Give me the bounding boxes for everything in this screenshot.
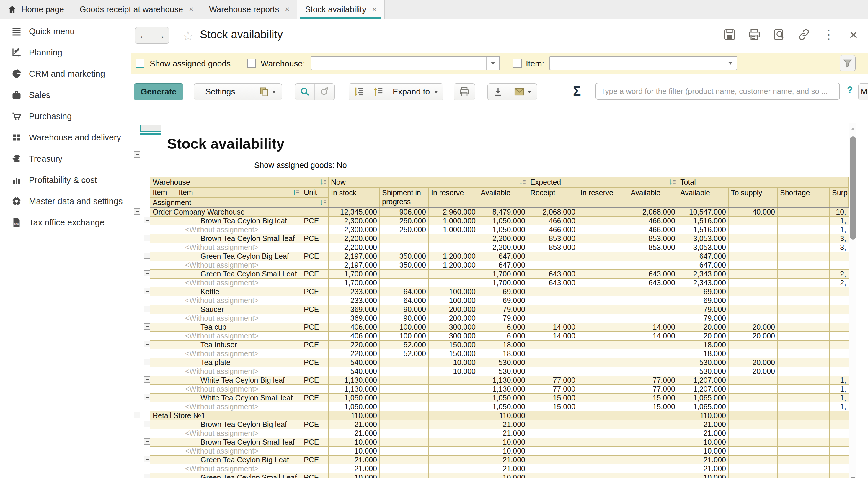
collapse-group-button[interactable] [144,456,150,463]
value-cell[interactable]: 64.000 [380,296,429,305]
value-cell[interactable]: 20.000 [678,332,728,341]
value-cell[interactable]: 2, [830,270,848,279]
row-name-cell[interactable]: Tea cup [150,323,302,332]
value-cell[interactable] [578,314,628,323]
value-cell[interactable]: 3, [830,234,848,243]
collapse-group-button[interactable] [144,341,150,347]
value-cell[interactable] [380,455,429,465]
value-cell[interactable]: 406.000 [329,332,380,341]
value-cell[interactable] [728,225,778,234]
collapse-group-button[interactable] [144,235,150,241]
column-header[interactable]: Shipment in progress [380,188,429,208]
value-cell[interactable] [528,287,578,296]
value-cell[interactable] [830,455,848,465]
value-cell[interactable] [628,455,678,465]
tab-stock-availability[interactable]: Stock availability× [297,0,384,19]
sort-icon[interactable] [319,179,327,188]
value-cell[interactable] [380,411,429,420]
column-header[interactable]: In reserve [429,188,478,208]
copy-settings-button[interactable] [253,84,282,100]
value-cell[interactable]: 2,300.000 [329,217,380,225]
value-cell[interactable]: 1, [830,403,848,411]
value-cell[interactable] [429,473,478,478]
value-cell[interactable]: 1,130.000 [329,376,380,385]
value-cell[interactable]: 1, [830,225,848,234]
collapse-group-button[interactable] [144,323,150,329]
unit-cell[interactable]: PCE [302,473,329,478]
row-name-cell[interactable]: White Tea Ceylon Big leaf [150,376,302,385]
value-cell[interactable]: 21.000 [678,429,728,438]
value-cell[interactable]: 6.000 [478,332,528,341]
sidebar-item-master-data-and-settings[interactable]: Master data and settings [0,191,131,212]
value-cell[interactable]: 1,130.000 [329,385,380,393]
column-header[interactable]: Available [678,188,728,208]
value-cell[interactable] [728,447,778,455]
value-cell[interactable]: 90.000 [380,314,429,323]
value-cell[interactable]: 3,053.000 [678,234,728,243]
expand-groups-button[interactable] [368,84,388,100]
value-cell[interactable]: 466.000 [628,225,678,234]
row-name-cell[interactable]: Saucer [150,305,302,314]
value-cell[interactable]: 250.000 [380,217,429,225]
value-cell[interactable] [628,358,678,367]
value-cell[interactable] [728,243,778,252]
value-cell[interactable] [728,234,778,243]
sidebar-item-crm-and-marketing[interactable]: CRM and marketing [0,63,131,85]
value-cell[interactable]: 8,479.000 [478,208,528,217]
value-cell[interactable]: 79.000 [478,305,528,314]
value-cell[interactable] [778,208,830,217]
value-cell[interactable] [628,367,678,376]
value-cell[interactable] [778,393,830,403]
value-cell[interactable]: 466.000 [528,217,578,225]
column-header[interactable]: Receipt [528,188,578,208]
value-cell[interactable] [728,305,778,314]
value-cell[interactable]: 20.000 [728,358,778,367]
value-cell[interactable]: 233.000 [329,287,380,296]
value-cell[interactable]: 1,200.000 [429,252,478,261]
value-cell[interactable] [728,341,778,349]
value-cell[interactable]: 1,050.000 [329,403,380,411]
search-button[interactable] [295,84,315,100]
value-cell[interactable] [578,429,628,438]
row-name-cell[interactable]: <Without assignment> [150,429,329,438]
value-cell[interactable] [578,438,628,447]
value-cell[interactable]: 15.000 [628,393,678,403]
tab-close-icon[interactable]: × [189,5,193,14]
value-cell[interactable] [778,367,830,376]
row-name-cell[interactable]: Green Tea Ceylon Big Leaf [150,252,302,261]
column-header[interactable]: Now [329,177,528,188]
value-cell[interactable]: 540.000 [329,358,380,367]
row-name-cell[interactable]: <Without assignment> [150,385,329,393]
value-cell[interactable] [628,287,678,296]
column-header[interactable]: In reserve [578,188,628,208]
more-actions-button[interactable]: More actions [858,83,868,100]
value-cell[interactable]: 466.000 [528,225,578,234]
row-name-cell[interactable]: <Without assignment> [150,261,329,270]
row-name-cell[interactable]: Retail Store №1 [150,411,329,420]
value-cell[interactable]: 1,050.000 [329,393,380,403]
value-cell[interactable] [728,376,778,385]
collapse-group-button[interactable] [144,270,150,277]
value-cell[interactable]: 2,200.000 [329,234,380,243]
value-cell[interactable] [380,473,429,478]
value-cell[interactable] [778,455,830,465]
value-cell[interactable]: 10,547.000 [678,208,728,217]
value-cell[interactable] [380,358,429,367]
value-cell[interactable] [778,270,830,279]
settings-button[interactable]: Settings... [194,84,253,100]
row-name-cell[interactable]: Tea plate [150,358,302,367]
value-cell[interactable] [528,261,578,270]
unit-cell[interactable]: PCE [302,358,329,367]
value-cell[interactable] [528,455,578,465]
value-cell[interactable] [830,296,848,305]
value-cell[interactable] [778,349,830,358]
collapse-group-button[interactable] [144,394,150,401]
unit-cell[interactable]: PCE [302,217,329,225]
value-cell[interactable] [429,243,478,252]
value-cell[interactable] [578,296,628,305]
sidebar-item-quick-menu[interactable]: Quick menu [0,21,131,42]
sort-icon[interactable] [292,189,300,198]
value-cell[interactable]: 1,700.000 [478,279,528,287]
value-cell[interactable] [830,305,848,314]
value-cell[interactable]: 853.000 [528,234,578,243]
